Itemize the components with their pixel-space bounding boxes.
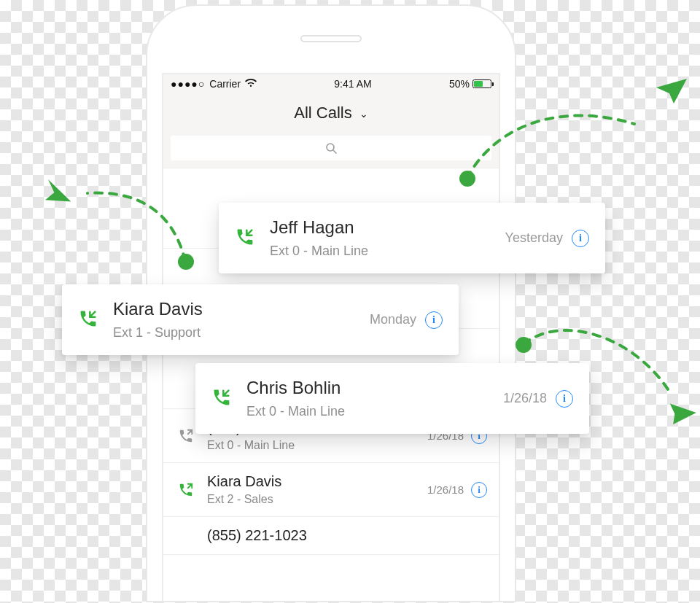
call-date: 1/26/18 <box>427 483 464 496</box>
card-date: Monday <box>370 312 416 327</box>
nav-title-dropdown[interactable]: All Calls ⌄ <box>163 93 499 136</box>
svg-line-1 <box>333 150 336 153</box>
call-row[interactable]: Kiara Davis Ext 2 - Sales 1/26/18 i <box>163 463 499 517</box>
card-subtitle: Ext 1 - Support <box>113 325 355 341</box>
call-card-chris[interactable]: Chris Bohlin Ext 0 - Main Line 1/26/18 i <box>195 363 589 434</box>
card-name: Chris Bohlin <box>246 378 489 398</box>
outgoing-call-icon <box>176 428 195 444</box>
search-icon <box>325 142 337 154</box>
wifi-icon <box>245 78 257 90</box>
call-row[interactable]: (855) 221-1023 <box>163 517 499 555</box>
search-input[interactable] <box>171 136 491 160</box>
status-right: 50% <box>449 78 491 90</box>
status-left: ●●●●○ Carrier <box>171 78 257 90</box>
battery-pct-label: 50% <box>449 78 470 90</box>
card-name: Jeff Hagan <box>270 217 491 238</box>
card-subtitle: Ext 0 - Main Line <box>246 404 489 419</box>
card-subtitle: Ext 0 - Main Line <box>270 244 491 259</box>
incoming-call-icon <box>211 387 232 411</box>
pin-dot-icon <box>459 171 475 187</box>
incoming-call-icon <box>235 227 255 250</box>
clock-label: 9:41 AM <box>257 78 449 90</box>
card-date: Yesterday <box>505 230 563 246</box>
call-subtitle: Ext 0 - Main Line <box>207 439 416 452</box>
info-icon[interactable]: i <box>425 311 443 329</box>
info-icon[interactable]: i <box>572 230 589 247</box>
info-icon[interactable]: i <box>471 482 487 498</box>
call-subtitle: Ext 2 - Sales <box>207 493 416 506</box>
call-name: Kiara Davis <box>207 473 416 490</box>
card-name: Kiara Davis <box>113 299 355 319</box>
carrier-label: Carrier <box>209 78 241 90</box>
call-card-jeff[interactable]: Jeff Hagan Ext 0 - Main Line Yesterday i <box>219 203 605 273</box>
phone-speaker <box>300 35 362 42</box>
call-card-kiara[interactable]: Kiara Davis Ext 1 - Support Monday i <box>62 284 459 355</box>
nav-title-label: All Calls <box>294 104 351 122</box>
card-date: 1/26/18 <box>503 391 547 406</box>
info-icon[interactable]: i <box>556 390 573 408</box>
incoming-call-icon <box>176 482 195 498</box>
call-name: (855) 221-1023 <box>207 527 487 544</box>
signal-dots-icon: ●●●●○ <box>171 78 205 90</box>
pin-dot-icon <box>178 254 194 270</box>
incoming-call-icon <box>78 308 98 332</box>
chevron-down-icon: ⌄ <box>359 108 368 120</box>
status-bar: ●●●●○ Carrier 9:41 AM 50% <box>163 74 499 93</box>
battery-icon <box>472 79 491 88</box>
pin-dot-icon <box>516 337 532 353</box>
